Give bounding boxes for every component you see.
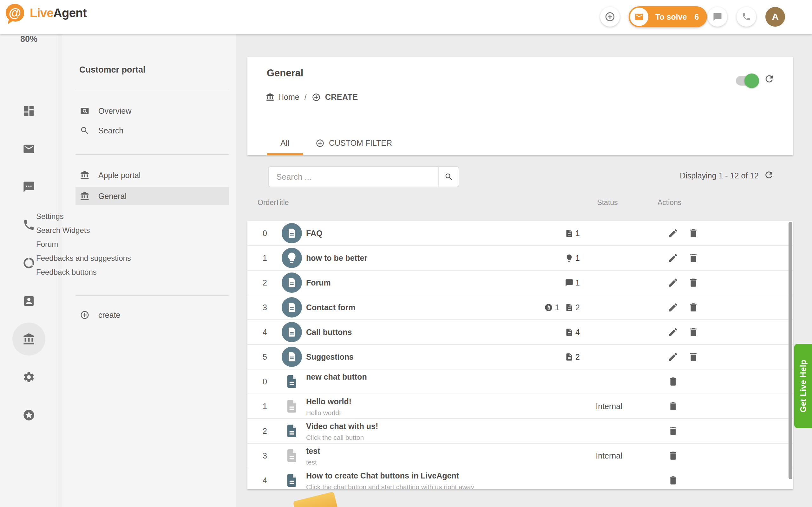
sidebar-item-create[interactable]: create: [75, 306, 229, 324]
rail-item-tickets-mail[interactable]: [0, 136, 58, 162]
row-subtitle: Hello world!: [306, 409, 351, 417]
row-title[interactable]: Forum: [306, 278, 331, 287]
row-actions: [668, 271, 699, 295]
bulb-icon: [286, 251, 298, 264]
rail-item-contacts[interactable]: [0, 288, 58, 314]
calls-header-button[interactable]: [737, 7, 756, 26]
row-actions: [668, 320, 699, 344]
file-icon: [284, 422, 299, 440]
sidebar-divider: [75, 90, 229, 90]
table-row[interactable]: 1 Hello world! Hello world! Internal: [247, 394, 793, 419]
rail-item-rewards[interactable]: [0, 402, 58, 428]
sidebar-subitem-feedback-buttons[interactable]: Feedback buttons: [36, 265, 166, 279]
delete-button[interactable]: [688, 252, 699, 263]
row-counts: 1 2: [544, 295, 583, 320]
row-title[interactable]: Suggestions: [306, 352, 354, 361]
table-row[interactable]: 0 new chat button: [247, 370, 793, 394]
breadcrumb-home[interactable]: Home: [278, 93, 299, 102]
row-type-avatar: [282, 297, 302, 318]
bulb-count-icon: [565, 254, 573, 262]
table-row[interactable]: 5 Suggestions 2: [247, 345, 793, 370]
row-title[interactable]: test: [306, 447, 320, 456]
row-order: 4: [257, 320, 273, 344]
delete-button[interactable]: [688, 277, 699, 288]
table-row[interactable]: 2 Forum 1: [247, 271, 793, 295]
row-title[interactable]: new chat button: [306, 372, 367, 382]
sidebar-item-search[interactable]: Search: [75, 121, 229, 140]
sidebar-subitem-forum[interactable]: Forum: [36, 237, 166, 251]
row-title[interactable]: FAQ: [306, 229, 322, 238]
table-row[interactable]: 1 how to be better 1: [247, 246, 793, 271]
sidebar-item-apple-portal[interactable]: Apple portal: [75, 166, 229, 184]
table-scrollbar[interactable]: [789, 222, 792, 479]
delete-button[interactable]: [668, 450, 678, 461]
column-header-actions: Actions: [658, 199, 681, 207]
file-icon: [284, 471, 299, 489]
rail-item-dashboard[interactable]: [0, 98, 58, 124]
delete-button[interactable]: [688, 327, 699, 337]
row-title[interactable]: Call buttons: [306, 328, 352, 337]
portal-enabled-toggle[interactable]: [736, 76, 756, 86]
rail-item-chats[interactable]: [0, 174, 58, 200]
row-title-block: Contact form: [306, 303, 356, 312]
tab-all[interactable]: All: [267, 138, 303, 148]
table-row[interactable]: 0 FAQ 1: [247, 221, 793, 246]
delete-button[interactable]: [668, 475, 678, 486]
delete-button[interactable]: [688, 351, 699, 362]
count-value: 1: [555, 303, 559, 312]
calls-icon: [22, 219, 35, 231]
edit-button[interactable]: [668, 327, 678, 337]
table-row[interactable]: 3 test test Internal: [247, 444, 793, 468]
tab-custom-filter[interactable]: CUSTOM FILTER: [316, 138, 392, 148]
get-live-help-tab[interactable]: Get Live Help: [794, 344, 812, 428]
search-input[interactable]: [269, 167, 438, 187]
to-solve-count: 6: [695, 12, 699, 21]
row-title-block: Call buttons: [306, 328, 352, 337]
rail-item-settings[interactable]: [0, 364, 58, 390]
row-title-block: Forum: [306, 278, 331, 287]
refresh-icon[interactable]: [764, 73, 774, 84]
rail-item-customer-portal[interactable]: [0, 326, 58, 352]
search-submit-button[interactable]: [438, 167, 459, 187]
row-title[interactable]: Video chat with us!: [306, 422, 378, 431]
row-title[interactable]: How to create Chat buttons in LiveAgent: [306, 471, 474, 481]
phone-icon: [742, 12, 751, 21]
edit-button[interactable]: [668, 302, 678, 313]
logo-bubble-tail: [8, 19, 14, 25]
delete-button[interactable]: [668, 376, 678, 387]
refresh-icon[interactable]: [764, 170, 774, 180]
delete-button[interactable]: [668, 401, 678, 412]
row-actions: [668, 444, 678, 468]
sidebar-subitem-settings[interactable]: Settings: [36, 210, 166, 223]
doc-count-icon: [565, 353, 573, 361]
edit-button[interactable]: [668, 228, 678, 239]
chats-header-button[interactable]: [708, 7, 727, 26]
sidebar-item-general[interactable]: General: [75, 187, 229, 205]
row-title[interactable]: Hello world!: [306, 397, 351, 406]
circle-doc-count-icon: [544, 303, 553, 312]
table-row[interactable]: 3 Contact form 1 2: [247, 295, 793, 320]
delete-button[interactable]: [688, 302, 699, 313]
row-type-avatar: [282, 223, 302, 243]
delete-button[interactable]: [688, 228, 699, 239]
row-title[interactable]: how to be better: [306, 253, 367, 263]
to-solve-button[interactable]: To solve 6: [629, 6, 707, 27]
liveagent-logo[interactable]: @ LiveAgent: [6, 4, 87, 22]
sidebar-subitem-search-widgets[interactable]: Search Widgets: [36, 223, 166, 237]
table-row[interactable]: 4 Call buttons 4: [247, 320, 793, 345]
row-title[interactable]: Contact form: [306, 303, 356, 312]
edit-button[interactable]: [668, 351, 678, 362]
column-header-order: Order: [258, 199, 276, 207]
breadcrumb-create[interactable]: CREATE: [325, 93, 358, 102]
user-avatar[interactable]: A: [765, 7, 785, 26]
delete-button[interactable]: [668, 426, 678, 436]
edit-button[interactable]: [668, 277, 678, 288]
table-row[interactable]: 2 Video chat with us! Click the call but…: [247, 419, 793, 444]
sidebar-subitem-feedbacks[interactable]: Feedbacks and suggestions: [36, 251, 166, 265]
sidebar-item-overview[interactable]: Overview: [75, 102, 229, 120]
table-row[interactable]: 4 How to create Chat buttons in LiveAgen…: [247, 468, 793, 489]
edit-button[interactable]: [668, 252, 678, 263]
doc-icon: [286, 350, 298, 363]
toggle-knob: [745, 73, 759, 88]
add-new-button[interactable]: [600, 7, 620, 26]
